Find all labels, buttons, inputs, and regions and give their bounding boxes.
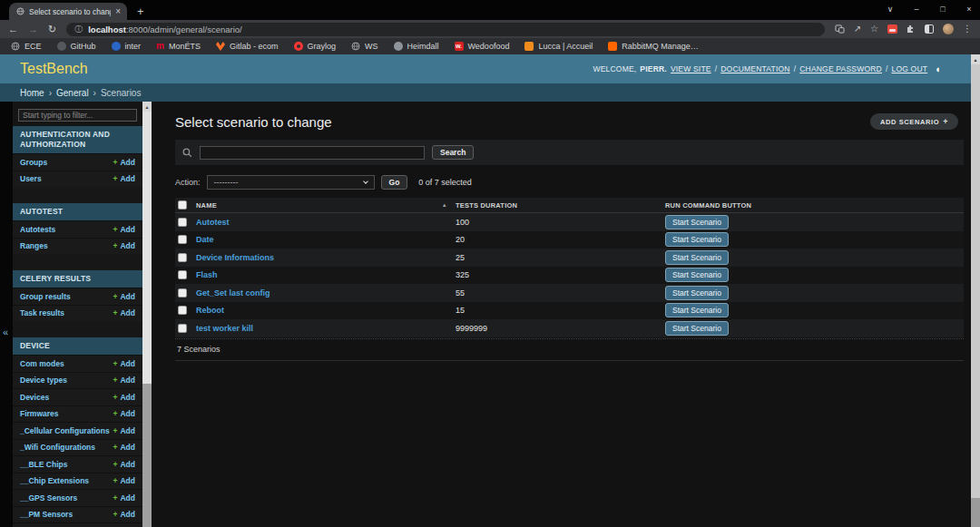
theme-toggle-icon[interactable]: ◐ bbox=[936, 64, 942, 74]
sidebar-add-link[interactable]: + Add bbox=[113, 359, 135, 368]
sidebar-add-link[interactable]: + Add bbox=[113, 225, 135, 234]
sidebar-add-link[interactable]: + Add bbox=[113, 376, 135, 385]
start-scenario-button[interactable]: Start Scenario bbox=[665, 286, 729, 300]
change-password-link[interactable]: CHANGE PASSWORD bbox=[799, 64, 882, 73]
search-input[interactable] bbox=[200, 146, 425, 160]
sidebar-model-link[interactable]: Groups bbox=[20, 158, 47, 167]
scenario-link[interactable]: Get_Set last config bbox=[196, 288, 270, 298]
bookmark-item[interactable]: Heimdall bbox=[394, 42, 439, 51]
sidebar-model-link[interactable]: _Wifi Configurations bbox=[20, 443, 95, 452]
start-scenario-button[interactable]: Start Scenario bbox=[665, 268, 729, 282]
sidebar-model-link[interactable]: __Chip Extensions bbox=[20, 476, 89, 485]
column-header-name[interactable]: NAME ▲ bbox=[196, 201, 456, 210]
scenario-link[interactable]: Autotest bbox=[196, 218, 230, 227]
reload-icon[interactable]: ↻ bbox=[48, 24, 56, 34]
profile-avatar[interactable] bbox=[943, 24, 954, 34]
bookmark-star-icon[interactable]: ☆ bbox=[870, 24, 878, 34]
scroll-up-icon[interactable]: ▲ bbox=[971, 54, 980, 64]
sidebar-model-link[interactable]: Device types bbox=[20, 376, 67, 385]
add-scenario-button[interactable]: ADD SCENARIO+ bbox=[870, 113, 958, 130]
back-icon[interactable]: ← bbox=[8, 24, 18, 34]
site-brand[interactable]: TestBench bbox=[20, 61, 88, 77]
sidebar-add-link[interactable]: + Add bbox=[113, 443, 135, 452]
sidebar-collapse-toggle[interactable]: « bbox=[3, 327, 8, 337]
bookmark-item[interactable]: Lucca | Accueil bbox=[524, 42, 593, 51]
sidebar-model-link[interactable]: __PM Sensors bbox=[20, 510, 73, 519]
site-info-icon[interactable]: ⓘ bbox=[74, 24, 83, 35]
sidebar-add-link[interactable]: + Add bbox=[113, 241, 135, 250]
sidebar-model-link[interactable]: Ranges bbox=[20, 241, 48, 250]
breadcrumb-general[interactable]: General bbox=[56, 88, 89, 98]
row-checkbox[interactable] bbox=[178, 235, 187, 244]
sidebar-add-link[interactable]: + Add bbox=[113, 174, 135, 183]
bookmark-item[interactable]: WS bbox=[351, 42, 378, 51]
sidebar-model-link[interactable]: Task results bbox=[20, 308, 64, 317]
page-scrollbar[interactable]: ▲ bbox=[971, 54, 980, 527]
row-checkbox[interactable] bbox=[178, 288, 187, 298]
bookmark-item[interactable]: ECE bbox=[11, 42, 42, 51]
breadcrumb-home[interactable]: Home bbox=[20, 88, 44, 98]
sidebar-add-link[interactable]: + Add bbox=[113, 460, 135, 469]
share-icon[interactable]: ↗ bbox=[854, 24, 861, 34]
page-scrollbar-thumb[interactable] bbox=[971, 64, 980, 498]
sidebar-section-caption[interactable]: AUTHENTICATION AND AUTHORIZATION bbox=[13, 126, 142, 153]
scenario-link[interactable]: Flash bbox=[196, 270, 218, 279]
window-menu-icon[interactable]: ∨ bbox=[886, 5, 895, 14]
sidebar-section-caption[interactable]: CELERY RESULTS bbox=[13, 270, 142, 288]
sidebar-model-link[interactable]: Users bbox=[20, 174, 42, 183]
sidebar-model-link[interactable]: _Cellular Configurations bbox=[20, 426, 110, 435]
action-select[interactable]: --------- bbox=[207, 175, 375, 190]
forward-icon[interactable]: → bbox=[28, 24, 38, 34]
sidebar-model-link[interactable]: Firmwares bbox=[20, 409, 59, 418]
sidebar-add-link[interactable]: + Add bbox=[113, 510, 135, 519]
sidebar-model-link[interactable]: Com modes bbox=[20, 359, 64, 368]
address-bar[interactable]: ⓘ localhost:8000/admin/general/scenario/ bbox=[66, 23, 824, 36]
sidebar-add-link[interactable]: + Add bbox=[113, 292, 135, 301]
sidebar-scrollbar-thumb[interactable] bbox=[142, 112, 152, 384]
window-close-icon[interactable]: × bbox=[965, 5, 974, 14]
column-header-duration[interactable]: TESTS DURATION bbox=[456, 201, 665, 210]
start-scenario-button[interactable]: Start Scenario bbox=[665, 215, 729, 229]
bookmark-item[interactable]: GitHub bbox=[57, 42, 96, 51]
row-checkbox[interactable] bbox=[178, 253, 187, 262]
password-extension-icon[interactable] bbox=[887, 24, 897, 34]
new-tab-button[interactable]: + bbox=[137, 5, 144, 17]
start-scenario-button[interactable]: Start Scenario bbox=[665, 321, 729, 336]
browser-menu-icon[interactable]: ⋮ bbox=[963, 24, 972, 34]
view-site-link[interactable]: VIEW SITE bbox=[671, 64, 711, 73]
start-scenario-button[interactable]: Start Scenario bbox=[665, 232, 729, 247]
bookmark-item[interactable]: Gitlab - ecom bbox=[216, 42, 279, 51]
scenario-link[interactable]: test worker kill bbox=[196, 324, 253, 333]
sidebar-model-link[interactable]: Group results bbox=[20, 292, 71, 301]
dark-mode-extension-icon[interactable] bbox=[925, 24, 934, 34]
sidebar-add-link[interactable]: + Add bbox=[113, 493, 135, 503]
scenario-link[interactable]: Reboot bbox=[196, 306, 224, 315]
window-maximize-icon[interactable]: □ bbox=[938, 5, 947, 14]
sidebar-model-link[interactable]: __BLE Chips bbox=[20, 460, 67, 469]
window-minimize-icon[interactable]: – bbox=[912, 5, 921, 14]
documentation-link[interactable]: DOCUMENTATION bbox=[720, 64, 789, 73]
sidebar-scrollbar[interactable]: ▲ bbox=[142, 102, 152, 527]
sidebar-filter-input[interactable] bbox=[18, 109, 137, 122]
sidebar-add-link[interactable]: + Add bbox=[113, 476, 135, 485]
bookmark-item[interactable]: inter bbox=[112, 42, 142, 51]
sidebar-add-link[interactable]: + Add bbox=[113, 158, 135, 167]
go-button[interactable]: Go bbox=[381, 175, 408, 190]
bookmark-item[interactable]: RabbitMQ Manage… bbox=[608, 42, 699, 51]
start-scenario-button[interactable]: Start Scenario bbox=[665, 303, 729, 317]
logout-link[interactable]: LOG OUT bbox=[891, 64, 927, 73]
row-checkbox[interactable] bbox=[178, 306, 187, 315]
sidebar-add-link[interactable]: + Add bbox=[113, 426, 135, 435]
sidebar-model-link[interactable]: Devices bbox=[20, 393, 49, 402]
bookmark-item[interactable]: W.Wedoofood bbox=[455, 42, 510, 51]
start-scenario-button[interactable]: Start Scenario bbox=[665, 250, 729, 265]
bookmark-item[interactable]: mMonÉTS bbox=[156, 42, 201, 51]
browser-tab[interactable]: Select scenario to change | TestB × bbox=[9, 3, 127, 20]
row-checkbox[interactable] bbox=[178, 324, 187, 333]
row-checkbox[interactable] bbox=[178, 270, 187, 279]
sidebar-model-link[interactable]: Autotests bbox=[20, 225, 55, 234]
translate-icon[interactable] bbox=[835, 24, 845, 34]
sort-ascending-icon[interactable]: ▲ bbox=[442, 202, 447, 208]
bookmark-item[interactable]: Graylog bbox=[294, 42, 337, 51]
scenario-link[interactable]: Device Informations bbox=[196, 253, 274, 262]
